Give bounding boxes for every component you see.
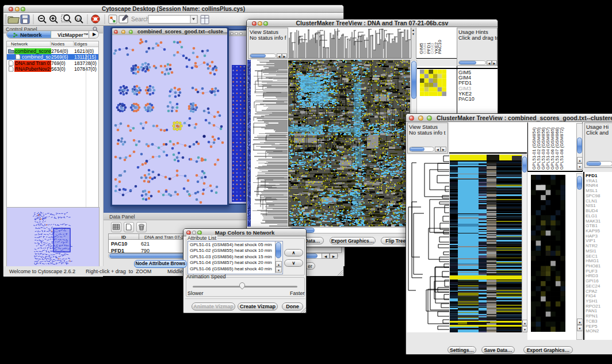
svg-text:1:1: 1:1: [76, 17, 81, 21]
svg-text:Search:: Search:: [131, 16, 151, 22]
